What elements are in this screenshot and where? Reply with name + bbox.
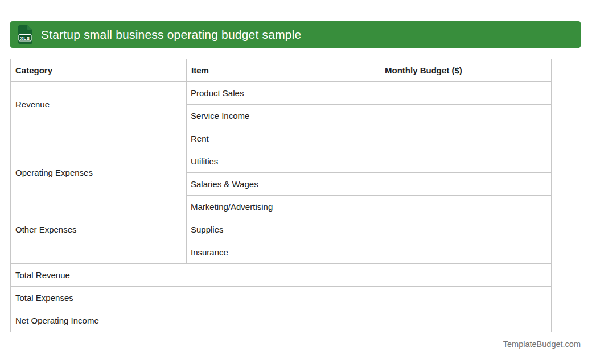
column-header-item: Item: [187, 59, 380, 82]
budget-cell: [380, 287, 552, 309]
budget-cell: [380, 127, 552, 150]
summary-row: Net Operating Income: [11, 309, 552, 332]
item-cell-marketing-advertising: Marketing/Advertising: [187, 196, 380, 218]
summary-label-net-operating-income: Net Operating Income: [11, 309, 380, 332]
item-cell-salaries-wages: Salaries & Wages: [187, 173, 380, 196]
page-title: Startup small business operating budget …: [41, 28, 301, 42]
xls-file-icon: XLS: [18, 25, 32, 44]
table-header-row: Category Item Monthly Budget ($): [11, 59, 552, 82]
budget-cell: [380, 82, 552, 105]
category-cell-other-expenses: Other Expenses: [11, 218, 187, 241]
budget-cell: [380, 241, 552, 264]
item-cell-insurance: Insurance: [187, 241, 380, 264]
table-row: Operating Expenses Rent: [11, 127, 552, 150]
table-row: Insurance: [11, 241, 552, 264]
column-header-monthly-budget: Monthly Budget ($): [380, 59, 552, 82]
page: XLS Startup small business operating bud…: [0, 0, 592, 364]
item-cell-product-sales: Product Sales: [187, 82, 380, 105]
budget-cell: [380, 309, 552, 332]
budget-cell: [380, 196, 552, 218]
item-cell-supplies: Supplies: [187, 218, 380, 241]
item-cell-rent: Rent: [187, 127, 380, 150]
column-header-category: Category: [11, 59, 187, 82]
footer-site-text: TemplateBudget.com: [503, 340, 581, 349]
summary-row: Total Revenue: [11, 264, 552, 287]
summary-row: Total Expenses: [11, 287, 552, 309]
xls-icon-label: XLS: [20, 36, 30, 41]
budget-cell: [380, 218, 552, 241]
budget-cell: [380, 105, 552, 127]
summary-label-total-expenses: Total Expenses: [11, 287, 380, 309]
budget-table: Category Item Monthly Budget ($) Revenue…: [10, 59, 552, 332]
item-cell-service-income: Service Income: [187, 105, 380, 127]
item-cell-utilities: Utilities: [187, 150, 380, 173]
budget-cell: [380, 150, 552, 173]
table-row: Other Expenses Supplies: [11, 218, 552, 241]
table-row: Revenue Product Sales: [11, 82, 552, 105]
budget-cell: [380, 173, 552, 196]
summary-label-total-revenue: Total Revenue: [11, 264, 380, 287]
budget-cell: [380, 264, 552, 287]
category-cell-operating-expenses: Operating Expenses: [11, 127, 187, 218]
category-cell-revenue: Revenue: [11, 82, 187, 127]
header-bar: XLS Startup small business operating bud…: [10, 21, 581, 48]
category-cell-empty: [11, 241, 187, 264]
